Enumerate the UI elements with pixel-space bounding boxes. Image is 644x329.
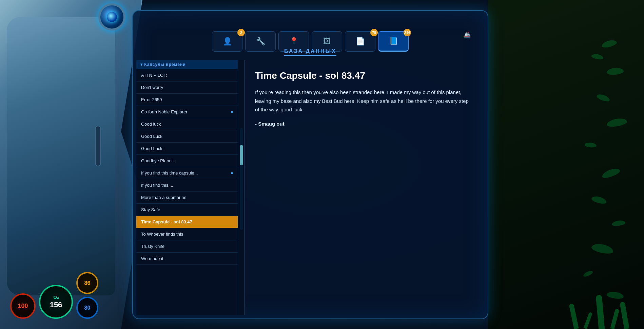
crew-icon: 👤 [223,37,232,46]
detail-signature: - Smaug out [255,121,474,127]
log-icon: 📄 [356,37,365,46]
list-item[interactable]: Trusty Knife [136,240,238,253]
list-item[interactable]: We made it [136,253,238,265]
list-item[interactable]: Stay Safe [136,204,238,216]
tools-icon: 🔧 [256,37,265,46]
health-indicator: 100 [10,293,36,319]
camera-lens [98,3,125,31]
ship-icon: 🚢 [463,31,471,39]
list-item[interactable]: More than a submarine [136,191,238,204]
location-icon: 📍 [289,37,298,46]
list-item[interactable]: Good Luck! [136,143,238,155]
submarine-handle [95,126,101,166]
gallery-icon: 🖼 [323,37,331,46]
list-item[interactable]: Goodbye Planet... [136,155,238,167]
list-item[interactable]: Go forth Noble Explorer [136,106,238,118]
food-indicator: 86 [76,272,98,294]
camera-lens-inner [107,12,117,22]
database-icon: 📘 [389,37,398,45]
new-indicator [231,111,233,113]
o2-indicator: O₂ 156 [39,285,73,319]
list-item[interactable]: To Whoever finds this [136,228,238,240]
list-item[interactable]: If you find this.... [136,179,238,191]
list-item[interactable]: ATTN PILOT: [136,69,238,81]
list-item[interactable]: Good Luck [136,130,238,143]
hud-area: 100 O₂ 156 86 80 [10,272,98,319]
content-area: ▾ Капсулы времени ATTN PILOT: Don't worr… [136,60,484,315]
database-badge: 216 [404,29,411,36]
list-item[interactable]: If you find this time capsule... [136,167,238,179]
list-panel: ▾ Капсулы времени ATTN PILOT: Don't worr… [136,60,238,315]
detail-title: Time Capsule - sol 83.47 [255,70,474,81]
log-badge: 79 [370,29,378,36]
water-indicator: 80 [76,297,98,319]
section-label: БАЗА ДАННЫХ [133,48,488,54]
list-item-active[interactable]: Time Capsule - sol 83.47 [136,216,238,228]
scrollbar-area[interactable] [238,60,245,315]
o2-container: O₂ 156 [39,285,73,319]
detail-body: If you're reading this then you've also … [255,88,474,114]
list-item[interactable]: Don't worry [136,81,238,94]
main-panel: 👤 2 🔧 📍 🖼 📄 79 📘 216 🚢 БАЗА ДАННЫХ ▾ Кап… [132,10,488,319]
list-category: ▾ Капсулы времени [136,60,238,69]
scrollbar-thumb[interactable] [240,145,243,165]
scrollbar-track[interactable] [240,128,243,230]
underwater-background [488,0,644,329]
list-item[interactable]: Error 2659 [136,94,238,106]
list-item[interactable]: Good luck [136,118,238,130]
detail-panel: Time Capsule - sol 83.47 If you're readi… [245,60,484,315]
new-indicator [231,172,233,174]
crew-badge: 2 [237,29,245,36]
